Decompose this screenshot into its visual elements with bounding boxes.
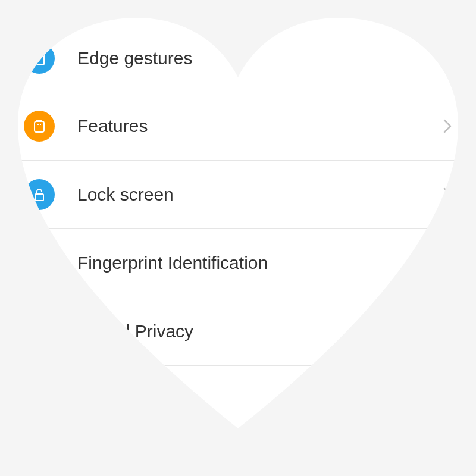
settings-row-lock-screen[interactable]: Lock screen [6, 161, 470, 229]
heart-mask-container: Edge gestures Features [0, 0, 476, 476]
svg-rect-2 [35, 121, 44, 132]
chevron-right-icon [443, 186, 452, 203]
settings-row-edge-gestures[interactable]: Edge gestures [6, 24, 470, 92]
svg-rect-4 [40, 124, 41, 125]
row-label: Fingerprint Identification [77, 253, 452, 273]
row-label: Lock screen [77, 184, 443, 205]
features-icon [24, 111, 55, 142]
edge-gestures-icon [24, 43, 55, 74]
settings-row-privacy[interactable]: ity and Privacy [6, 298, 470, 366]
settings-row-features[interactable]: Features [6, 92, 470, 161]
svg-rect-3 [37, 124, 39, 125]
row-label: Edge gestures [77, 48, 443, 68]
chevron-right-icon [443, 118, 452, 134]
settings-row-fingerprint[interactable]: Fingerprint Identification [6, 229, 470, 298]
svg-rect-0 [35, 52, 44, 65]
svg-rect-5 [35, 194, 43, 201]
row-label: ity and Privacy [77, 321, 452, 342]
icon-spacer [24, 248, 55, 278]
svg-point-1 [35, 62, 37, 64]
lock-icon [24, 179, 55, 210]
settings-list: Edge gestures Features [0, 24, 476, 366]
chevron-right-icon [443, 50, 452, 67]
icon-spacer [24, 316, 55, 347]
row-label: Features [77, 116, 443, 136]
